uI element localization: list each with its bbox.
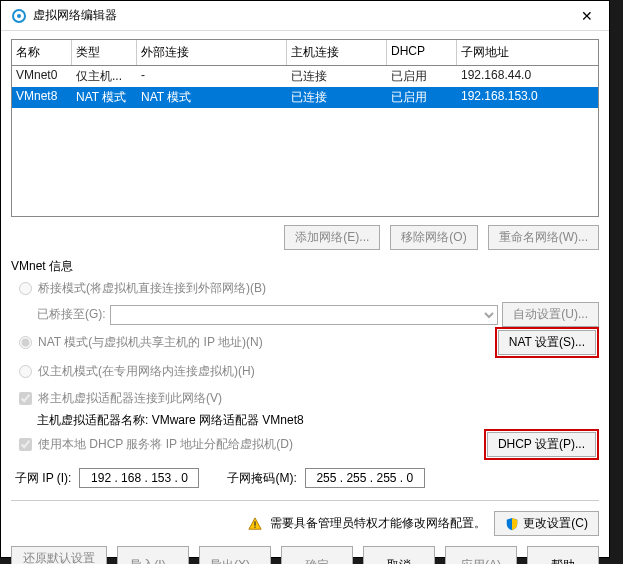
subnet-ip-input[interactable] — [79, 468, 199, 488]
content-area: 名称 类型 外部连接 主机连接 DHCP 子网地址 VMnet0 仅主机... … — [1, 31, 609, 564]
nat-settings-highlight: NAT 设置(S)... — [495, 327, 599, 358]
cell-name: VMnet8 — [12, 87, 72, 108]
window-title: 虚拟网络编辑器 — [33, 7, 575, 24]
cell-external: - — [137, 66, 287, 87]
svg-rect-3 — [255, 526, 256, 527]
cell-external: NAT 模式 — [137, 87, 287, 108]
hostonly-mode-label: 仅主机模式(在专用网络内连接虚拟机)(H) — [38, 363, 255, 380]
cell-subnet: 192.168.153.0 — [457, 87, 577, 108]
col-host[interactable]: 主机连接 — [287, 40, 387, 65]
subnet-ip-label: 子网 IP (I): — [15, 470, 71, 487]
vmware-network-editor-window: 虚拟网络编辑器 ✕ 名称 类型 外部连接 主机连接 DHCP 子网地址 VMne… — [0, 0, 610, 558]
subnet-ip-row: 子网 IP (I): 子网掩码(M): — [15, 468, 599, 488]
connect-host-row: 将主机虚拟适配器连接到此网络(V) — [19, 390, 599, 407]
import-button[interactable]: 导入(I)... — [117, 546, 189, 564]
network-table: 名称 类型 外部连接 主机连接 DHCP 子网地址 VMnet0 仅主机... … — [11, 39, 599, 217]
shield-icon — [505, 517, 519, 531]
bridge-to-select[interactable] — [110, 305, 499, 325]
table-body: VMnet0 仅主机... - 已连接 已启用 192.168.44.0 VMn… — [12, 66, 598, 216]
vmnet-info-title: VMnet 信息 — [11, 258, 599, 275]
dhcp-row: 使用本地 DHCP 服务将 IP 地址分配给虚拟机(D) DHCP 设置(P).… — [11, 429, 599, 460]
admin-note-text: 需要具备管理员特权才能修改网络配置。 — [270, 515, 486, 532]
network-buttons-row: 添加网络(E)... 移除网络(O) 重命名网络(W)... — [11, 225, 599, 250]
cell-subnet: 192.168.44.0 — [457, 66, 577, 87]
cell-dhcp: 已启用 — [387, 66, 457, 87]
rename-network-button[interactable]: 重命名网络(W)... — [488, 225, 599, 250]
help-button[interactable]: 帮助 — [527, 546, 599, 564]
cell-dhcp: 已启用 — [387, 87, 457, 108]
cell-host: 已连接 — [287, 87, 387, 108]
apply-button[interactable]: 应用(A) — [445, 546, 517, 564]
adapter-name-text: 主机虚拟适配器名称: VMware 网络适配器 VMnet8 — [37, 412, 599, 429]
hostonly-mode-row: 仅主机模式(在专用网络内连接虚拟机)(H) — [19, 363, 599, 380]
col-dhcp[interactable]: DHCP — [387, 40, 457, 65]
titlebar: 虚拟网络编辑器 ✕ — [1, 1, 609, 31]
svg-rect-2 — [255, 521, 256, 525]
warning-icon — [248, 517, 262, 531]
bridge-mode-radio[interactable] — [19, 282, 32, 295]
col-subnet[interactable]: 子网地址 — [457, 40, 577, 65]
nat-mode-row: NAT 模式(与虚拟机共享主机的 IP 地址)(N) NAT 设置(S)... — [11, 327, 599, 358]
nat-mode-label: NAT 模式(与虚拟机共享主机的 IP 地址)(N) — [38, 334, 263, 351]
subnet-mask-label: 子网掩码(M): — [227, 470, 296, 487]
connect-host-label: 将主机虚拟适配器连接到此网络(V) — [38, 390, 222, 407]
use-dhcp-label: 使用本地 DHCP 服务将 IP 地址分配给虚拟机(D) — [38, 436, 293, 453]
admin-note-row: 需要具备管理员特权才能修改网络配置。 更改设置(C) — [11, 500, 599, 536]
remove-network-button[interactable]: 移除网络(O) — [390, 225, 477, 250]
table-row[interactable]: VMnet0 仅主机... - 已连接 已启用 192.168.44.0 — [12, 66, 598, 87]
bridge-mode-label: 桥接模式(将虚拟机直接连接到外部网络)(B) — [38, 280, 266, 297]
close-icon[interactable]: ✕ — [575, 8, 599, 24]
svg-point-1 — [17, 14, 21, 18]
col-name[interactable]: 名称 — [12, 40, 72, 65]
bridge-to-row: 已桥接至(G): 自动设置(U)... — [37, 302, 599, 327]
cell-name: VMnet0 — [12, 66, 72, 87]
app-icon — [11, 8, 27, 24]
col-type[interactable]: 类型 — [72, 40, 137, 65]
cell-type: 仅主机... — [72, 66, 137, 87]
bridge-to-label: 已桥接至(G): — [37, 306, 106, 323]
ok-button[interactable]: 确定 — [281, 546, 353, 564]
connect-host-checkbox[interactable] — [19, 392, 32, 405]
subnet-mask-input[interactable] — [305, 468, 425, 488]
use-dhcp-checkbox[interactable] — [19, 438, 32, 451]
cell-host: 已连接 — [287, 66, 387, 87]
change-settings-button[interactable]: 更改设置(C) — [494, 511, 599, 536]
col-external[interactable]: 外部连接 — [137, 40, 287, 65]
table-header: 名称 类型 外部连接 主机连接 DHCP 子网地址 — [12, 40, 598, 66]
cell-type: NAT 模式 — [72, 87, 137, 108]
footer-buttons: 还原默认设置(R) 导入(I)... 导出(X)... 确定 取消 应用(A) … — [11, 546, 599, 564]
bridge-mode-row: 桥接模式(将虚拟机直接连接到外部网络)(B) — [19, 280, 599, 297]
cancel-button[interactable]: 取消 — [363, 546, 435, 564]
restore-defaults-button[interactable]: 还原默认设置(R) — [11, 546, 107, 564]
export-button[interactable]: 导出(X)... — [199, 546, 271, 564]
add-network-button[interactable]: 添加网络(E)... — [284, 225, 380, 250]
nat-settings-button[interactable]: NAT 设置(S)... — [498, 330, 596, 355]
dhcp-settings-button[interactable]: DHCP 设置(P)... — [487, 432, 596, 457]
change-settings-label: 更改设置(C) — [523, 515, 588, 532]
nat-mode-radio[interactable] — [19, 336, 32, 349]
dhcp-settings-highlight: DHCP 设置(P)... — [484, 429, 599, 460]
hostonly-mode-radio[interactable] — [19, 365, 32, 378]
table-row[interactable]: VMnet8 NAT 模式 NAT 模式 已连接 已启用 192.168.153… — [12, 87, 598, 108]
auto-settings-button[interactable]: 自动设置(U)... — [502, 302, 599, 327]
